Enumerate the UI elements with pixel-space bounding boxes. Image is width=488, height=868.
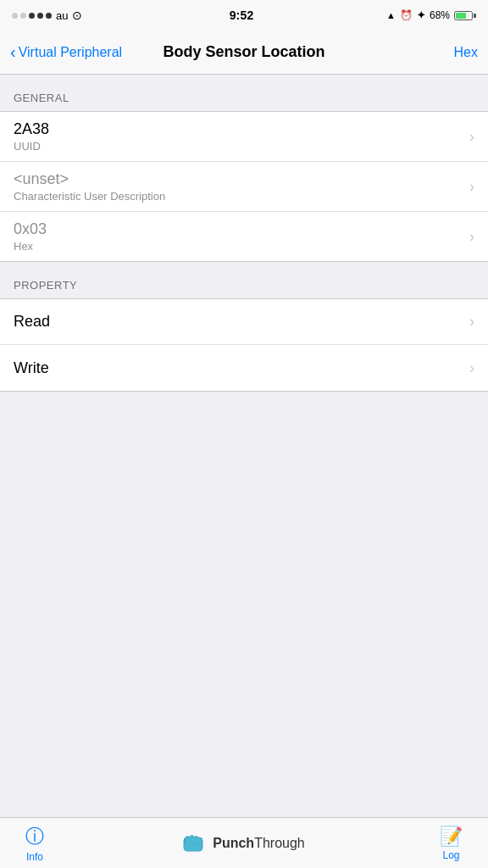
brand-name-label: PunchPunchThroughThrough [213, 836, 304, 851]
info-icon: ⓘ [25, 824, 44, 849]
hex-title: 0x03 [14, 220, 47, 238]
uuid-chevron-icon: › [469, 128, 474, 146]
read-chevron-icon: › [469, 313, 474, 331]
main-content: GENERAL 2A38 UUID › <unset> Characterist… [0, 75, 488, 790]
general-section-header: GENERAL [0, 75, 488, 111]
nav-title: Body Sensor Location [163, 43, 324, 61]
hex-subtitle: Hex [14, 240, 47, 253]
uuid-subtitle: UUID [14, 140, 49, 153]
battery-indicator [454, 11, 476, 20]
bluetooth-icon: ✦ [417, 9, 425, 21]
status-left: au ⊙ [12, 8, 97, 22]
svg-rect-5 [198, 837, 202, 844]
dot-5 [46, 13, 52, 19]
write-label: Write [14, 359, 49, 377]
info-label: Info [26, 851, 43, 863]
status-bar: au ⊙ 9:52 ▲ ⏰ ✦ 68% [0, 0, 488, 31]
uuid-row[interactable]: 2A38 UUID › [0, 112, 488, 162]
property-section-header: PROPERTY [0, 262, 488, 298]
description-subtitle: Characteristic User Description [14, 190, 165, 203]
alarm-icon: ⏰ [400, 9, 413, 21]
back-chevron-icon: ‹ [10, 42, 16, 62]
nav-bar: ‹ Virtual Peripheral Body Sensor Locatio… [0, 31, 488, 75]
wifi-icon: ⊙ [72, 8, 82, 22]
dot-4 [37, 13, 43, 19]
hex-row[interactable]: 0x03 Hex › [0, 212, 488, 261]
location-icon: ▲ [386, 10, 396, 20]
svg-rect-3 [190, 835, 194, 844]
uuid-content: 2A38 UUID [14, 120, 49, 153]
log-label: Log [442, 849, 459, 861]
description-chevron-icon: › [469, 178, 474, 196]
uuid-title: 2A38 [14, 120, 49, 138]
dot-3 [29, 13, 35, 19]
log-tab[interactable]: 📝 Log [440, 826, 463, 861]
battery-tip [474, 14, 476, 18]
read-row[interactable]: Read › [0, 299, 488, 345]
read-label: Read [14, 313, 50, 331]
fist-icon [179, 829, 208, 858]
dot-2 [20, 13, 26, 19]
hex-content: 0x03 Hex [14, 220, 47, 253]
back-label: Virtual Peripheral [19, 45, 122, 60]
dot-1 [12, 13, 18, 19]
write-chevron-icon: › [469, 359, 474, 377]
hex-chevron-icon: › [469, 228, 474, 246]
hex-button[interactable]: Hex [454, 45, 478, 60]
info-tab[interactable]: ⓘ Info [25, 824, 44, 863]
brand-tab: PunchPunchThroughThrough [179, 829, 304, 858]
description-row[interactable]: <unset> Characteristic User Description … [0, 162, 488, 212]
general-list: 2A38 UUID › <unset> Characteristic User … [0, 111, 488, 262]
back-button[interactable]: ‹ Virtual Peripheral [10, 43, 122, 62]
description-title: <unset> [14, 170, 165, 188]
empty-area [0, 392, 488, 731]
signal-dots [12, 13, 52, 19]
tab-bar: ⓘ Info PunchPunchThroughThrough 📝 Log [0, 817, 488, 868]
log-icon: 📝 [440, 826, 463, 848]
status-right: ▲ ⏰ ✦ 68% [386, 9, 476, 21]
write-row[interactable]: Write › [0, 345, 488, 391]
brand-logo: PunchPunchThroughThrough [179, 829, 304, 858]
battery-percent: 68% [430, 9, 450, 21]
property-list: Read › Write › [0, 298, 488, 392]
description-content: <unset> Characteristic User Description [14, 170, 165, 203]
status-time: 9:52 [230, 8, 254, 22]
battery-fill [456, 13, 466, 19]
carrier-label: au [56, 9, 68, 22]
